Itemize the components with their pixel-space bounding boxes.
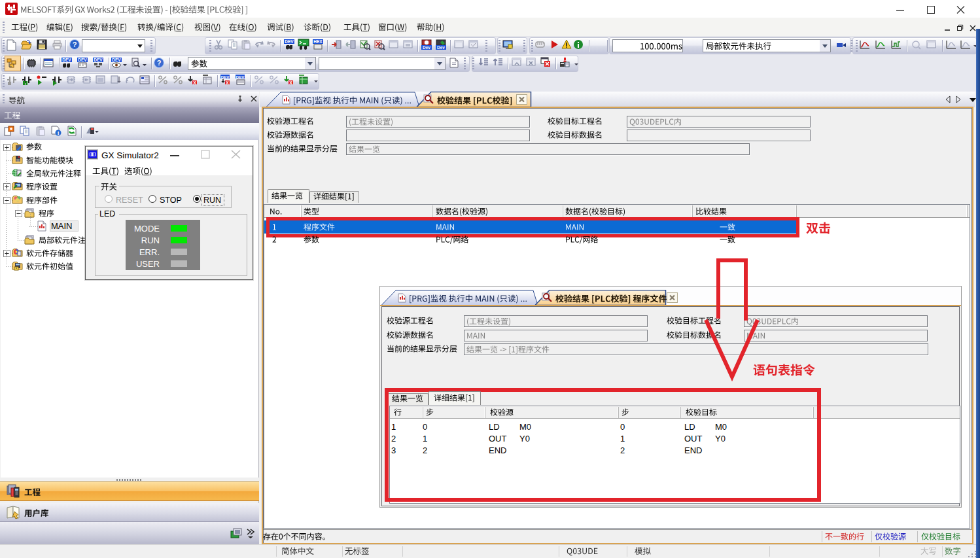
svg-text:Dev: Dev bbox=[423, 45, 430, 50]
svg-text:X: X bbox=[226, 80, 229, 85]
svg-text:DEV: DEV bbox=[285, 39, 294, 44]
svg-text:DEV: DEV bbox=[94, 58, 103, 62]
svg-text:DEV: DEV bbox=[78, 58, 87, 62]
svg-text:DEV: DEV bbox=[112, 58, 121, 62]
svg-text:?: ? bbox=[157, 59, 162, 67]
svg-text:X: X bbox=[289, 80, 292, 85]
svg-text:DEV: DEV bbox=[62, 58, 71, 62]
svg-text:X: X bbox=[193, 80, 196, 85]
svg-text:DEV: DEV bbox=[221, 75, 229, 79]
svg-text:HEX: HEX bbox=[313, 39, 323, 44]
svg-text:Dev: Dev bbox=[437, 45, 445, 50]
svg-text:?: ? bbox=[73, 41, 77, 48]
svg-text:DEV: DEV bbox=[236, 75, 244, 79]
